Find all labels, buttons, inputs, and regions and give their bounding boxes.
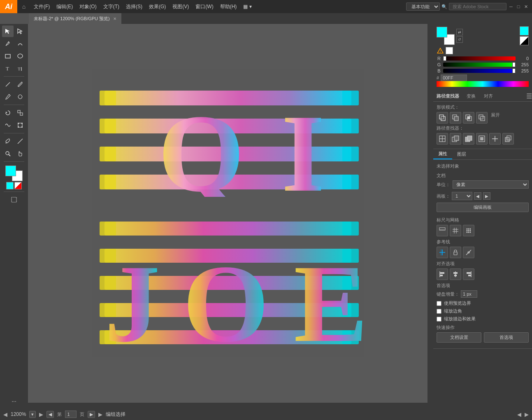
canvas-select[interactable]: 1: [452, 192, 472, 200]
ellipse-tool[interactable]: [14, 50, 26, 62]
snap-grid-btn[interactable]: [463, 225, 474, 236]
eyedropper-tool[interactable]: [2, 135, 14, 147]
page-next-btn[interactable]: ▶: [88, 411, 95, 418]
rotate-tool[interactable]: [2, 107, 14, 119]
selection-tool[interactable]: [2, 26, 14, 37]
page-input[interactable]: [65, 411, 77, 418]
merge-btn[interactable]: [463, 133, 474, 145]
stroke-none-swatch[interactable]: [520, 36, 529, 45]
b-slider[interactable]: [443, 69, 516, 73]
show-guides-btn[interactable]: [437, 247, 448, 258]
unit-select[interactable]: 像素: [453, 180, 529, 189]
shaper-tool[interactable]: [14, 91, 26, 103]
warp-tool[interactable]: [2, 119, 14, 131]
default-colors-btn[interactable]: ↺: [456, 36, 463, 43]
status-scroll-left[interactable]: ◀: [517, 411, 521, 418]
minus-back-btn[interactable]: [502, 133, 514, 145]
r-slider[interactable]: [443, 56, 516, 61]
outline-btn[interactable]: [489, 133, 501, 145]
status-prev-btn[interactable]: ◀: [3, 411, 7, 418]
preview-bounds-checkbox[interactable]: [437, 301, 441, 306]
align-right-btn[interactable]: [463, 268, 474, 280]
swap-colors-btn[interactable]: ⇄: [456, 29, 463, 35]
menu-help[interactable]: 帮助(H): [217, 0, 240, 13]
exclude-btn[interactable]: [476, 112, 488, 124]
cyan-swatch[interactable]: [6, 182, 14, 189]
menu-effect[interactable]: 效果(G): [146, 0, 169, 13]
color-spectrum-bar[interactable]: [437, 81, 529, 87]
scale-tool[interactable]: [14, 107, 26, 119]
lock-guides-btn[interactable]: [450, 247, 461, 258]
status-scroll-right[interactable]: ▶: [525, 411, 529, 418]
artboard-tool[interactable]: [8, 194, 20, 205]
active-document-tab[interactable]: 未标题-2* @ 1200% (RGB/GPU 预览) ✕: [29, 13, 121, 24]
trim-btn[interactable]: [450, 133, 461, 145]
tab-align[interactable]: 对齐: [480, 91, 497, 101]
preferences-button[interactable]: 首选项: [484, 332, 529, 343]
tab-close-button[interactable]: ✕: [113, 16, 116, 21]
show-grid-btn[interactable]: [450, 225, 461, 236]
vertical-scrollbar[interactable]: [427, 24, 433, 403]
tab-properties[interactable]: 属性: [433, 149, 452, 159]
status-next-btn[interactable]: ▶: [39, 411, 43, 418]
tab-layers[interactable]: 图层: [452, 149, 471, 159]
menu-select[interactable]: 选择(S): [123, 0, 146, 13]
restore-button[interactable]: □: [516, 4, 521, 9]
align-center-btn[interactable]: [450, 268, 461, 280]
edit-artboard-button[interactable]: 编辑画板: [437, 203, 529, 212]
tab-transform[interactable]: 变换: [462, 91, 480, 101]
curvature-tool[interactable]: [14, 38, 26, 49]
pencil-tool[interactable]: [2, 91, 14, 103]
free-transform-tool[interactable]: [14, 119, 26, 131]
r-slider-thumb[interactable]: [443, 56, 446, 61]
close-button[interactable]: ✕: [523, 4, 529, 9]
play-btn[interactable]: ▶: [98, 411, 102, 418]
scale-strokes-checkbox[interactable]: [437, 317, 441, 322]
g-slider[interactable]: [443, 63, 516, 67]
doc-settings-button[interactable]: 文档设置: [437, 332, 481, 343]
menu-window[interactable]: 窗口(W): [192, 0, 216, 13]
pen-tool[interactable]: [2, 38, 14, 49]
menu-grid[interactable]: ▦ ▾: [240, 0, 255, 13]
rectangle-tool[interactable]: [2, 50, 14, 62]
touch-type-tool[interactable]: T: [14, 63, 26, 74]
align-left-btn[interactable]: [437, 268, 448, 280]
menu-file[interactable]: 文件(F): [30, 0, 53, 13]
g-slider-thumb[interactable]: [512, 62, 516, 67]
canvas-prev-btn[interactable]: ◀: [474, 192, 481, 200]
menu-edit[interactable]: 编辑(E): [53, 0, 76, 13]
minimize-button[interactable]: ─: [508, 4, 514, 9]
out-of-gamut-substitute[interactable]: [446, 47, 453, 54]
workspace-selector[interactable]: 基本功能: [406, 2, 440, 11]
crop-btn[interactable]: [476, 133, 488, 145]
intersect-btn[interactable]: [463, 112, 474, 124]
line-tool[interactable]: [2, 79, 14, 90]
unite-btn[interactable]: [437, 112, 448, 124]
type-tool[interactable]: T: [2, 63, 14, 74]
none-swatch[interactable]: [14, 182, 22, 189]
more-tools[interactable]: ···: [8, 395, 20, 407]
menu-object[interactable]: 对象(O): [76, 0, 100, 13]
smart-guides-btn[interactable]: [463, 247, 474, 258]
zoom-dropdown-btn[interactable]: ▾: [29, 411, 36, 418]
menu-text[interactable]: 文字(T): [100, 0, 123, 13]
keyboard-input[interactable]: [461, 290, 477, 298]
measure-tool[interactable]: [14, 135, 26, 147]
minus-front-btn[interactable]: [450, 112, 461, 124]
zoom-tool[interactable]: [2, 148, 14, 159]
menu-view[interactable]: 视图(V): [169, 0, 192, 13]
fill-swatch[interactable]: [5, 166, 16, 176]
paintbrush-tool[interactable]: [14, 79, 26, 90]
pathfinder-menu-btn[interactable]: ☰: [526, 92, 532, 100]
hand-tool[interactable]: [14, 148, 26, 159]
b-slider-thumb[interactable]: [512, 68, 516, 73]
fill-color-box[interactable]: [437, 27, 447, 37]
adobe-stock-search[interactable]: [449, 3, 506, 10]
artwork[interactable]: Q I J: [92, 69, 364, 357]
show-rulers-btn[interactable]: [437, 225, 448, 236]
divide-btn[interactable]: [437, 133, 448, 145]
direct-selection-tool[interactable]: [14, 26, 26, 37]
hex-input[interactable]: [441, 75, 467, 81]
horizontal-scrollbar[interactable]: [28, 403, 427, 408]
scale-corners-checkbox[interactable]: [437, 309, 441, 314]
